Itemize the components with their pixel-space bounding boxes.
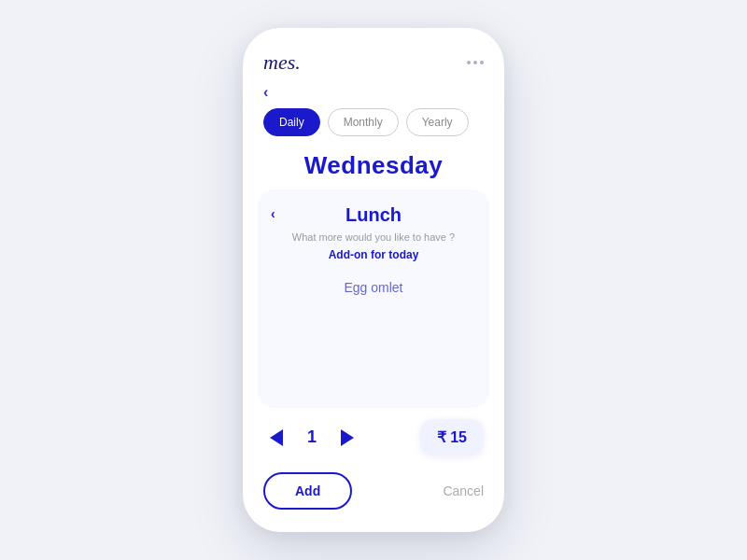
menu-button[interactable]	[467, 61, 484, 64]
arrow-left-icon	[270, 429, 283, 446]
meal-title: Lunch	[275, 204, 472, 226]
qty-value: 1	[303, 427, 321, 447]
top-bar: mes.	[243, 28, 504, 82]
qty-decrease-button[interactable]	[263, 425, 289, 451]
back-row: ‹	[243, 82, 504, 108]
addon-item: Egg omlet	[275, 280, 472, 295]
app-logo: mes.	[263, 50, 301, 75]
cancel-button[interactable]: Cancel	[443, 483, 484, 498]
meal-subtitle: What more would you like to have ?	[275, 231, 472, 243]
tab-yearly[interactable]: Yearly	[406, 108, 469, 136]
addon-label: Add-on for today	[275, 248, 472, 261]
card-prev-button[interactable]: ‹	[271, 206, 275, 221]
quantity-row: 1 ₹ 15	[243, 408, 504, 465]
dot-1	[467, 61, 471, 64]
tab-daily[interactable]: Daily	[263, 108, 320, 136]
dot-3	[480, 61, 484, 64]
qty-controls: 1	[263, 425, 360, 451]
arrow-right-icon	[341, 429, 354, 446]
action-row: Add Cancel	[243, 465, 504, 532]
tab-bar: Daily Monthly Yearly	[243, 108, 504, 147]
qty-increase-button[interactable]	[334, 425, 360, 451]
day-heading: Wednesday	[243, 147, 504, 189]
phone-screen: mes. ‹ Daily Monthly Yearly Wednesday ‹ …	[243, 28, 504, 532]
meal-card: ‹ Lunch What more would you like to have…	[258, 189, 489, 408]
price-display: ₹ 15	[420, 419, 484, 455]
dot-2	[473, 61, 477, 64]
add-button[interactable]: Add	[263, 472, 352, 510]
tab-monthly[interactable]: Monthly	[328, 108, 399, 136]
back-button[interactable]: ‹	[263, 84, 268, 100]
